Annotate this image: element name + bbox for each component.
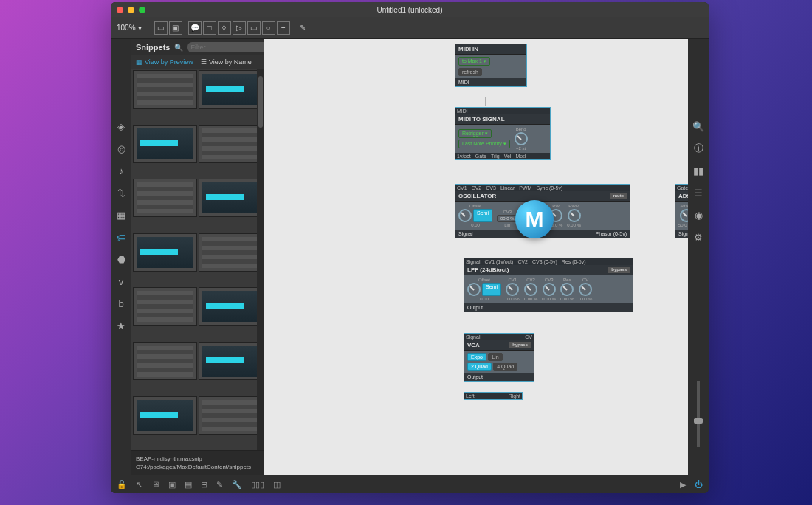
note-priority-dropdown[interactable]: Last Note Priority ▾ — [458, 140, 510, 148]
offset-knob[interactable] — [467, 283, 481, 296]
node-title: OSCILLATOR — [458, 193, 496, 199]
snippet-thumb[interactable] — [133, 70, 197, 109]
refresh-button[interactable]: refresh — [458, 68, 482, 76]
snippet-thumb[interactable] — [133, 125, 197, 163]
max-logo-icon: M — [515, 200, 554, 238]
inspector-icon[interactable]: ▮▮ — [692, 165, 704, 176]
patch-canvas[interactable]: MIDI IN to Max 1 ▾ refresh MIDI MIDI MID… — [264, 39, 688, 475]
snippet-thumb[interactable] — [133, 342, 197, 380]
paint-icon[interactable]: ✎ — [296, 21, 309, 35]
snippet-thumb[interactable] — [133, 233, 197, 272]
snippet-thumb[interactable] — [199, 342, 263, 380]
camera-icon[interactable]: ◉ — [692, 209, 704, 221]
midi-device-dropdown[interactable]: to Max 1 ▾ — [458, 57, 490, 66]
snippet-thumb[interactable] — [133, 287, 197, 326]
piano-icon[interactable]: ▯▯▯ — [251, 480, 264, 489]
star-icon[interactable]: ★ — [115, 320, 127, 331]
letter-v-icon[interactable]: v — [115, 275, 127, 287]
search-icon[interactable]: 🔍 — [692, 120, 704, 132]
zoom-value: 100% — [117, 24, 136, 32]
traffic-lights — [117, 7, 145, 13]
view-by-preview-tab[interactable]: ▦ View by Preview — [136, 58, 193, 66]
object-tool-button[interactable]: □ — [203, 21, 216, 35]
bypass-button[interactable]: bypass — [608, 267, 630, 273]
play-tool-button[interactable]: ▷ — [233, 21, 246, 35]
node-lpf[interactable]: Signal CV1 (1v/oct) CV2 CV3 (0-5v) Res (… — [464, 258, 633, 312]
snippet-thumb[interactable] — [199, 125, 263, 163]
sliders-icon[interactable]: ⚙ — [692, 231, 704, 243]
zoom-icon[interactable] — [139, 7, 145, 13]
two-quad-button[interactable]: 2 Quad — [467, 363, 492, 371]
retrigger-dropdown[interactable]: Retrigger ▾ — [458, 129, 492, 138]
display-icon[interactable]: 🖥 — [151, 480, 159, 489]
snippet-thumb[interactable] — [199, 396, 263, 435]
snippet-thumb[interactable] — [133, 396, 197, 435]
number-tool-button[interactable]: ▭ — [247, 21, 261, 35]
expo-button[interactable]: Expo — [467, 353, 486, 361]
snippets-scrollbar[interactable] — [257, 69, 264, 450]
view-by-name-tab[interactable]: ☰ View by Name — [201, 58, 252, 66]
volume-fader[interactable] — [697, 381, 700, 447]
image-icon[interactable]: ▦ — [115, 209, 127, 221]
comment-tool-button[interactable]: 💬 — [188, 21, 202, 35]
node-midi-in[interactable]: MIDI IN to Max 1 ▾ refresh MIDI — [455, 44, 527, 87]
cube-icon[interactable]: ◈ — [115, 120, 127, 132]
magnet-icon[interactable]: ✎ — [216, 480, 223, 489]
cv1-knob[interactable] — [506, 283, 519, 296]
cv-knob[interactable] — [579, 283, 592, 296]
snippet-thumb[interactable] — [199, 287, 263, 326]
pwm-knob[interactable] — [568, 209, 581, 222]
message-tool-button[interactable]: ◊ — [218, 21, 231, 35]
plug-icon[interactable]: ⬣ — [115, 253, 127, 265]
right-tool-rail: 🔍 ⓘ ▮▮ ☰ ◉ ⚙ — [688, 39, 709, 475]
grid-icon[interactable]: ⊞ — [201, 480, 207, 489]
lin-button[interactable]: Lin — [488, 353, 502, 361]
snippets-footer: BEAP-midisynth.maxsnip C74:/packages/Max… — [131, 450, 264, 475]
list-icon[interactable]: ☰ — [692, 187, 704, 199]
node-stereo[interactable]: Left Right — [464, 392, 523, 400]
snippet-thumb[interactable] — [133, 179, 197, 217]
snippets-panel: Snippets 🔍 ▦ View by Preview ☰ View by N… — [131, 39, 264, 475]
cv3-knob[interactable] — [543, 283, 556, 296]
bend-knob[interactable] — [515, 132, 528, 145]
tag-icon[interactable]: 🏷 — [115, 231, 127, 243]
res-knob[interactable] — [560, 283, 574, 296]
offset-knob[interactable] — [458, 209, 472, 222]
slider-icon[interactable]: ⇅ — [115, 187, 127, 199]
mute-button[interactable]: mute — [610, 193, 627, 199]
node-vca[interactable]: Signal CV VCA bypass Expo Lin 2 Quad 4 Q… — [464, 333, 534, 382]
add-tool-button[interactable]: + — [277, 21, 290, 35]
layers-icon[interactable]: ▣ — [168, 480, 176, 489]
snippet-thumb[interactable] — [199, 70, 263, 109]
snippet-thumb[interactable] — [199, 233, 263, 272]
record-icon[interactable]: ◎ — [115, 142, 127, 154]
lock-icon[interactable]: 🔓 — [117, 480, 127, 489]
snippets-grid — [131, 69, 264, 450]
snippets-filter-input[interactable] — [187, 42, 276, 52]
snippet-thumb[interactable] — [199, 179, 263, 217]
info-icon[interactable]: ⓘ — [692, 142, 704, 154]
keyboard-icon[interactable]: ♪ — [115, 165, 127, 176]
play-icon[interactable]: ▶ — [680, 480, 686, 489]
select-icon[interactable]: ↖ — [136, 480, 142, 489]
power-icon[interactable]: ⏻ — [695, 480, 703, 489]
bypass-button[interactable]: bypass — [509, 342, 531, 348]
grid-icon: ▦ — [136, 58, 142, 66]
four-quad-button[interactable]: 4 Quad — [493, 363, 517, 371]
close-icon[interactable] — [117, 7, 123, 13]
node-midi-to-signal[interactable]: MIDI MIDI TO SIGNAL Retrigger ▾ Last Not… — [455, 107, 551, 160]
zoom-control[interactable]: 100% ▾ — [117, 24, 142, 32]
snippet-filename: BEAP-midisynth.maxsnip — [136, 456, 260, 463]
cv2-knob[interactable] — [524, 283, 537, 296]
patcher-view-button[interactable]: ▭ — [154, 21, 168, 35]
minimize-icon[interactable] — [128, 7, 134, 13]
bang-tool-button[interactable]: ○ — [262, 21, 275, 35]
node-title: VCA — [467, 342, 480, 348]
align-icon[interactable]: ▤ — [185, 480, 192, 489]
wrench-icon[interactable]: 🔧 — [232, 480, 242, 489]
presentation-view-button[interactable]: ▣ — [169, 21, 182, 35]
letter-b-icon[interactable]: b — [115, 298, 127, 309]
semi-button[interactable]: Semi — [473, 209, 492, 222]
semi-button[interactable]: Semi — [482, 283, 501, 296]
scope-icon[interactable]: ◫ — [273, 480, 281, 489]
